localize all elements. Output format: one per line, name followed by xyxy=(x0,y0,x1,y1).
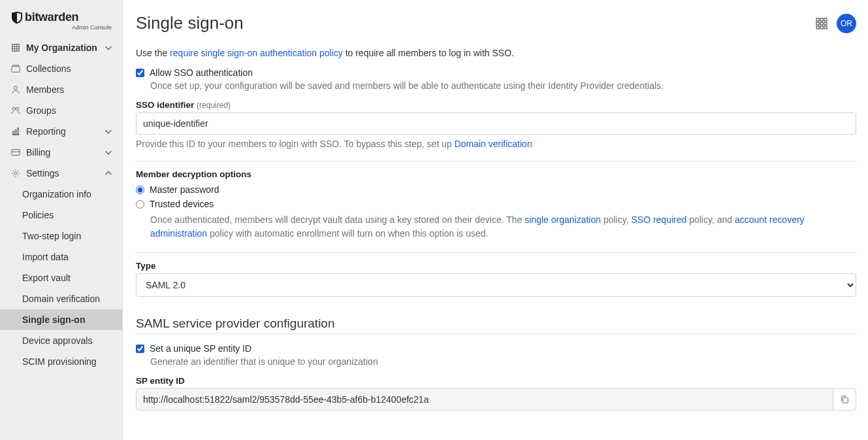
sub-item-export-vault[interactable]: Export vault xyxy=(0,267,122,288)
nav-label: Billing xyxy=(26,147,104,158)
required-text: (required) xyxy=(197,101,231,110)
nav-label: My Organization xyxy=(26,42,104,53)
radio-trusted-devices[interactable] xyxy=(136,200,144,209)
sidebar-item-reporting[interactable]: Reporting xyxy=(0,121,122,142)
nav-label: Groups xyxy=(26,105,113,116)
header-actions: OR xyxy=(816,14,856,33)
type-field: Type SAML 2.0 xyxy=(136,261,856,297)
svg-rect-24 xyxy=(824,26,827,29)
copy-icon xyxy=(840,395,849,404)
sso-id-label: SSO identifier (required) xyxy=(136,100,856,110)
allow-sso-label: Allow SSO authentication xyxy=(150,67,253,78)
svg-rect-21 xyxy=(824,22,827,25)
svg-rect-5 xyxy=(12,67,20,73)
sp-entity-input[interactable] xyxy=(136,388,833,411)
sub-item-policies[interactable]: Policies xyxy=(0,205,122,226)
org-icon xyxy=(10,42,21,53)
gear-icon xyxy=(10,168,21,178)
intro-text: Use the require single sign-on authentic… xyxy=(136,48,856,58)
sub-item-organization-info[interactable]: Organization info xyxy=(0,184,122,205)
page-title: Single sign-on xyxy=(136,13,244,33)
sub-item-scim-provisioning[interactable]: SCIM provisioning xyxy=(0,351,122,372)
avatar[interactable]: OR xyxy=(837,14,856,33)
sidebar-item-collections[interactable]: Collections xyxy=(0,58,122,79)
sp-entity-field: SP entity ID xyxy=(136,376,856,411)
nav-label: Collections xyxy=(26,63,113,74)
domain-verification-link[interactable]: Domain verification xyxy=(455,139,532,149)
sso-id-helper: Provide this ID to your members to login… xyxy=(136,139,856,149)
svg-rect-16 xyxy=(816,18,819,21)
sp-entity-input-group xyxy=(136,388,856,411)
sso-required-link[interactable]: SSO required xyxy=(631,214,686,225)
svg-rect-20 xyxy=(820,22,823,25)
sso-id-input[interactable] xyxy=(136,112,856,135)
radio-master-label: Master password xyxy=(150,184,219,195)
intro-suffix: to require all members to log in with SS… xyxy=(343,48,514,58)
sso-id-field: SSO identifier (required) Provide this I… xyxy=(136,100,856,149)
header: Single sign-on OR xyxy=(136,13,856,33)
section-rule xyxy=(136,333,856,334)
type-select[interactable]: SAML 2.0 xyxy=(136,273,856,297)
sso-id-label-text: SSO identifier xyxy=(136,100,194,110)
chevron-down-icon xyxy=(104,43,113,52)
reporting-icon xyxy=(10,126,21,137)
sub-item-single-sign-on[interactable]: Single sign-on xyxy=(0,309,122,330)
sub-item-device-approvals[interactable]: Device approvals xyxy=(0,330,122,351)
radio-master-row: Master password xyxy=(136,184,856,195)
sidebar: bitwarden Admin Console My Organization … xyxy=(0,0,123,440)
sp-unique-helper: Generate an identifier that is unique to… xyxy=(150,356,856,367)
svg-rect-22 xyxy=(816,26,819,29)
sidebar-item-organization[interactable]: My Organization xyxy=(0,37,122,58)
single-org-link[interactable]: single organization xyxy=(524,214,601,225)
svg-rect-11 xyxy=(15,129,16,135)
svg-rect-10 xyxy=(13,131,14,135)
allow-sso-helper: Once set up, your configuration will be … xyxy=(150,80,856,91)
svg-rect-19 xyxy=(816,22,819,25)
th4: policy with automatic enrollment will tu… xyxy=(207,228,488,239)
svg-point-6 xyxy=(14,86,17,90)
svg-rect-25 xyxy=(843,398,848,403)
allow-sso-row: Allow SSO authentication xyxy=(136,67,856,78)
chevron-down-icon xyxy=(104,148,113,157)
th1: Once authenticated, members will decrypt… xyxy=(150,214,524,225)
sub-item-domain-verification[interactable]: Domain verification xyxy=(0,288,122,309)
allow-sso-checkbox[interactable] xyxy=(136,69,144,77)
copy-button[interactable] xyxy=(833,388,856,411)
logo: bitwarden xyxy=(0,0,122,25)
collections-icon xyxy=(10,63,21,74)
brand-subtitle: Admin Console xyxy=(0,24,122,37)
svg-rect-17 xyxy=(820,18,823,21)
billing-icon xyxy=(10,147,21,158)
product-switcher-icon[interactable] xyxy=(816,18,828,29)
chevron-down-icon xyxy=(104,127,113,136)
radio-master-password[interactable] xyxy=(136,186,144,194)
policy-link[interactable]: require single sign-on authentication po… xyxy=(170,48,343,58)
main-content: Single sign-on OR Use the require single… xyxy=(123,0,868,440)
sub-item-two-step-login[interactable]: Two-step login xyxy=(0,226,122,246)
trusted-helper: Once authenticated, members will decrypt… xyxy=(150,213,856,241)
svg-rect-0 xyxy=(12,44,20,52)
sidebar-item-groups[interactable]: Groups xyxy=(0,100,122,121)
th2: policy, xyxy=(601,214,631,225)
sidebar-item-members[interactable]: Members xyxy=(0,79,122,100)
nav-label: Settings xyxy=(26,168,104,178)
svg-rect-12 xyxy=(18,128,19,135)
separator xyxy=(136,161,856,161)
saml-section-heading: SAML service provider configuration xyxy=(136,316,856,331)
radio-trusted-row: Trusted devices xyxy=(136,199,856,209)
sub-item-import-data[interactable]: Import data xyxy=(0,246,122,267)
sidebar-item-settings[interactable]: Settings xyxy=(0,163,122,184)
separator xyxy=(136,252,856,253)
radio-trusted-label: Trusted devices xyxy=(150,199,214,209)
members-icon xyxy=(10,84,21,95)
sp-entity-label: SP entity ID xyxy=(136,376,856,386)
nav-label: Reporting xyxy=(26,126,104,137)
sp-unique-checkbox[interactable] xyxy=(136,345,144,353)
svg-rect-13 xyxy=(12,150,20,156)
sp-unique-label: Set a unique SP entity ID xyxy=(150,343,251,354)
svg-point-8 xyxy=(16,107,18,110)
svg-rect-18 xyxy=(824,18,827,21)
brand-name: bitwarden xyxy=(25,10,78,24)
svg-point-7 xyxy=(12,107,15,110)
sidebar-item-billing[interactable]: Billing xyxy=(0,142,122,163)
